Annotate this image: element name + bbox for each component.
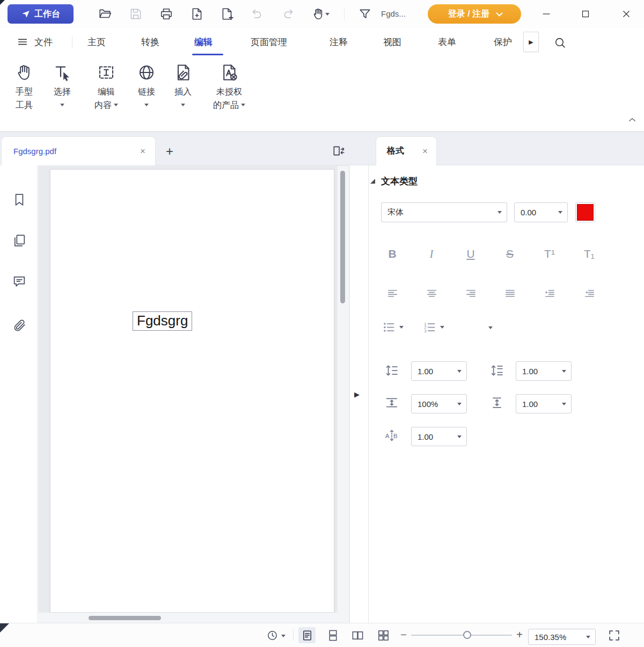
pan-hand-icon[interactable]	[306, 4, 335, 24]
numbered-list-icon[interactable]: 1 2 3	[423, 319, 444, 335]
font-family-select[interactable]: 宋体	[381, 202, 507, 222]
close-window-icon[interactable]	[610, 0, 643, 28]
undo-icon[interactable]	[246, 4, 267, 24]
menu-comment[interactable]: 注释	[330, 28, 348, 56]
text-edit-box[interactable]: Fgdsgrg	[133, 311, 192, 331]
menu-form[interactable]: 表单	[438, 28, 456, 56]
ribbon-collapse-icon[interactable]	[625, 114, 640, 126]
reading-timer-icon[interactable]	[264, 628, 280, 642]
line-spacing-select[interactable]: 1.00	[411, 361, 467, 381]
menu-overflow-arrow-icon[interactable]: ▶	[523, 32, 539, 52]
horizontal-scale-select[interactable]: 100%	[411, 394, 467, 413]
vertical-scale-icon	[489, 395, 504, 410]
font-size-select[interactable]: 0.00	[514, 202, 568, 222]
save-icon[interactable]	[125, 4, 147, 24]
minimize-icon[interactable]	[533, 0, 560, 28]
subscript-button[interactable]: T₁	[577, 243, 602, 265]
search-icon[interactable]	[551, 33, 569, 52]
chevron-down-icon	[497, 211, 502, 214]
zoom-in-icon[interactable]: +	[514, 623, 525, 647]
document-tab[interactable]: Fgdsgrg.pdf ×	[1, 136, 156, 165]
link-globe-icon	[132, 60, 161, 85]
facing-pages-view-icon[interactable]	[349, 627, 366, 643]
align-justify-icon[interactable]	[497, 282, 522, 304]
menu-edit[interactable]: 编辑	[194, 28, 213, 56]
align-left-icon[interactable]	[380, 282, 405, 304]
insert-tool-button[interactable]: 插入	[169, 60, 197, 108]
new-document-icon[interactable]	[216, 4, 238, 24]
close-tab-icon[interactable]: ×	[136, 144, 150, 158]
font-color-value	[577, 204, 594, 221]
page-thumbnails-icon[interactable]	[11, 232, 28, 249]
menu-file[interactable]: 文件	[34, 28, 53, 56]
zoom-level-select[interactable]: 150.35%	[528, 629, 596, 645]
zoom-slider-thumb[interactable]	[463, 631, 471, 639]
select-tool-button[interactable]: 选择	[47, 60, 77, 108]
continuous-view-icon[interactable]	[324, 627, 341, 643]
menu-protect[interactable]: 保护	[494, 28, 512, 56]
format-panel-background	[369, 165, 644, 623]
menu-divider	[72, 36, 72, 48]
superscript-button[interactable]: T¹	[537, 243, 562, 265]
maximize-icon[interactable]	[572, 0, 599, 28]
redo-icon[interactable]	[278, 4, 299, 24]
vertical-scrollbar[interactable]	[338, 166, 349, 623]
workspace-label: 工作台	[34, 9, 60, 20]
split-view-icon[interactable]	[330, 142, 348, 160]
select-tool-icon	[47, 60, 77, 85]
bullet-list-icon[interactable]	[382, 319, 404, 335]
horizontal-scrollbar[interactable]	[38, 613, 338, 623]
align-right-icon[interactable]	[458, 282, 483, 304]
facing-continuous-view-icon[interactable]	[375, 627, 392, 643]
unauthorized-product-button[interactable]: 未授权 的产品	[206, 60, 252, 112]
align-center-icon[interactable]	[419, 282, 444, 304]
format-panel-tab[interactable]: 格式 ×	[376, 136, 437, 165]
underline-button[interactable]: U	[458, 243, 483, 265]
comments-icon[interactable]	[11, 273, 28, 290]
bold-button[interactable]: B	[380, 243, 405, 265]
print-icon[interactable]	[156, 4, 177, 24]
indent-increase-icon[interactable]	[537, 282, 562, 304]
format-panel-expand-arrow-icon[interactable]: ▶	[352, 389, 362, 401]
horizontal-scrollbar-thumb[interactable]	[89, 616, 161, 620]
hamburger-menu-icon[interactable]	[15, 34, 30, 49]
edit-content-button[interactable]: 编辑 内容	[86, 60, 127, 112]
character-spacing-select[interactable]: 1.00	[411, 427, 467, 446]
filter-icon[interactable]	[354, 4, 376, 24]
fullscreen-icon[interactable]	[605, 627, 623, 643]
new-tab-icon[interactable]: +	[161, 141, 178, 162]
menu-home[interactable]: 主页	[87, 28, 106, 56]
menu-convert[interactable]: 转换	[141, 28, 159, 56]
section-collapse-icon[interactable]	[370, 179, 375, 184]
single-page-view-icon[interactable]	[298, 627, 316, 643]
paragraph-spacing-select[interactable]: 1.00	[516, 361, 572, 381]
edit-content-icon	[86, 60, 127, 85]
chevron-down-icon	[144, 104, 149, 106]
close-panel-icon[interactable]: ×	[418, 144, 432, 158]
timer-dropdown-icon[interactable]	[281, 629, 286, 642]
vertical-scrollbar-thumb[interactable]	[340, 171, 345, 303]
font-color-swatch[interactable]	[575, 202, 595, 222]
zoom-slider[interactable]	[411, 635, 512, 636]
bookmarks-icon[interactable]	[11, 191, 28, 208]
menu-view[interactable]: 视图	[383, 28, 401, 56]
italic-button[interactable]: I	[419, 243, 444, 265]
indent-decrease-icon[interactable]	[577, 282, 602, 304]
attachments-icon[interactable]	[11, 317, 28, 334]
login-register-button[interactable]: 登录 / 注册	[428, 4, 521, 24]
vertical-scale-select[interactable]: 1.00	[516, 394, 572, 413]
list-style-dropdown-icon[interactable]	[488, 321, 493, 334]
zoom-out-icon[interactable]: −	[398, 623, 409, 647]
horizontal-scale-icon	[384, 395, 399, 410]
hand-tool-button[interactable]: 手型 工具	[9, 60, 40, 112]
open-file-icon[interactable]	[94, 4, 116, 24]
statusbar-corner-decoration	[0, 623, 9, 633]
section-title: 文本类型	[381, 175, 418, 187]
export-page-icon[interactable]	[186, 4, 208, 24]
menu-page-management[interactable]: 页面管理	[251, 28, 287, 56]
chevron-down-icon	[457, 435, 462, 438]
strikethrough-button[interactable]: S	[497, 243, 522, 265]
link-tool-button[interactable]: 链接	[132, 60, 161, 108]
svg-text:3: 3	[424, 329, 427, 333]
workspace-button[interactable]: 工作台	[8, 4, 74, 24]
